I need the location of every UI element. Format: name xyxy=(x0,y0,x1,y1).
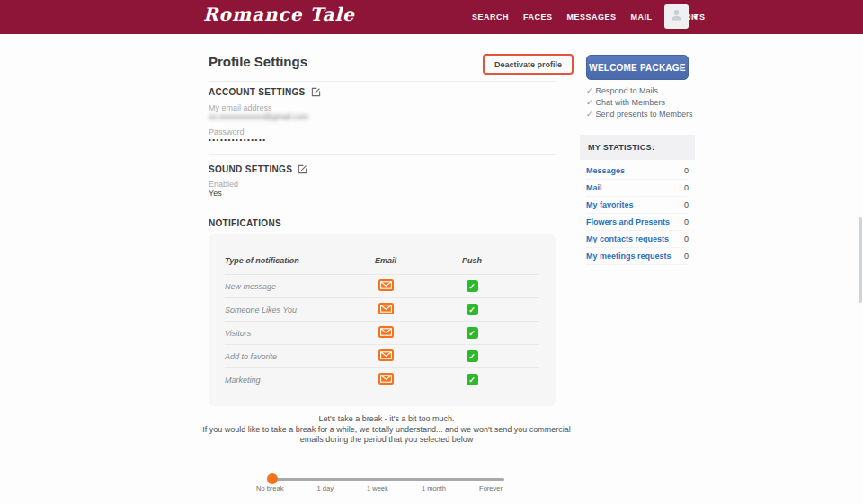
column-header-email: Email xyxy=(333,256,439,265)
statistic-label[interactable]: Flowers and Presents xyxy=(586,217,670,226)
email-label: My email address xyxy=(209,103,272,112)
notifications-label: NOTIFICATIONS xyxy=(209,218,281,228)
welcome-package-button[interactable]: WELCOME PACKAGE xyxy=(586,55,689,80)
password-value: ••••••••••••••• xyxy=(209,136,267,144)
my-statistics-header: MY STATISTICS: xyxy=(580,135,695,160)
push-checkbox-checked[interactable]: ✓ xyxy=(467,374,478,385)
statistic-label[interactable]: My meetings requests xyxy=(586,252,672,261)
nav-item[interactable]: SEARCH xyxy=(472,13,509,22)
slider-label[interactable]: 1 week xyxy=(367,484,388,492)
nav-item[interactable]: MESSAGES xyxy=(567,13,617,22)
break-line2: If you would like to take a break for a … xyxy=(193,425,580,446)
statistic-value: 0 xyxy=(684,252,689,261)
deactivate-profile-button[interactable]: Deactivate profile xyxy=(483,54,574,75)
divider xyxy=(209,81,556,82)
statistics-row[interactable]: Messages 0 xyxy=(586,163,689,180)
email-notification-icon[interactable] xyxy=(378,325,394,341)
top-nav-bar: Romance Tale SEARCH FACES MESSAGES MAIL … xyxy=(0,0,863,34)
table-row: Add to favorite ✓ xyxy=(225,344,539,367)
email-notification-icon[interactable] xyxy=(378,302,394,318)
statistic-label[interactable]: Mail xyxy=(586,183,602,192)
statistics-list: Messages 0 Mail 0 My favorites 0 Flowers… xyxy=(586,163,689,265)
notifications-table: Type of notification Email Push New mess… xyxy=(209,234,556,406)
statistic-value: 0 xyxy=(684,183,689,192)
user-icon xyxy=(669,7,684,26)
push-checkbox-checked[interactable]: ✓ xyxy=(467,304,478,315)
checklist-item: ✓Send presents to Members xyxy=(586,109,693,120)
push-checkbox-checked[interactable]: ✓ xyxy=(467,280,478,292)
notification-type-label: Marketing xyxy=(225,376,333,385)
push-checkbox-checked[interactable]: ✓ xyxy=(467,327,478,339)
statistics-row[interactable]: My meetings requests 0 xyxy=(586,248,689,265)
slider-label[interactable]: Forever xyxy=(479,484,503,492)
welcome-checklist: ✓Respond to Mails ✓Chat with Members ✓Se… xyxy=(586,85,693,120)
sound-enabled-value: Yes xyxy=(209,189,222,198)
notification-type-label: Someone Likes You xyxy=(225,305,333,314)
notification-type-label: Add to favorite xyxy=(225,352,333,361)
divider xyxy=(209,154,556,155)
statistic-value: 0 xyxy=(684,166,689,175)
statistics-row[interactable]: My contacts requests 0 xyxy=(586,231,689,248)
statistic-label[interactable]: My contacts requests xyxy=(586,234,669,243)
push-checkbox-checked[interactable]: ✓ xyxy=(467,350,478,362)
notification-type-label: New message xyxy=(225,282,333,291)
column-header-type: Type of notification xyxy=(225,256,333,265)
statistic-value: 0 xyxy=(684,200,689,209)
email-value: xx.xxxxxxxxxxx@gmail.com xyxy=(209,112,308,121)
check-icon: ✓ xyxy=(586,86,593,95)
slider-label[interactable]: No break xyxy=(256,484,283,492)
statistic-value: 0 xyxy=(684,234,689,243)
edit-icon[interactable] xyxy=(311,87,321,97)
table-row: Visitors ✓ xyxy=(225,321,539,344)
sound-settings-label: SOUND SETTINGS xyxy=(209,164,292,174)
email-notification-icon[interactable] xyxy=(378,372,394,388)
notifications-heading: NOTIFICATIONS xyxy=(209,218,281,228)
table-header-row: Type of notification Email Push xyxy=(225,247,539,274)
edit-icon[interactable] xyxy=(298,164,307,174)
nav-item[interactable]: MAIL xyxy=(631,13,653,22)
break-slider-track[interactable] xyxy=(272,478,504,481)
table-row: New message ✓ xyxy=(225,274,539,297)
slider-label[interactable]: 1 month xyxy=(422,484,446,492)
statistics-row[interactable]: Flowers and Presents 0 xyxy=(586,214,689,231)
check-icon: ✓ xyxy=(586,98,593,107)
break-section: Let's take a break - it's a bit too much… xyxy=(193,414,580,446)
email-notification-icon[interactable] xyxy=(378,349,394,365)
account-settings-heading: ACCOUNT SETTINGS xyxy=(209,87,321,97)
checklist-item: ✓Chat with Members xyxy=(586,97,693,109)
break-line1: Let's take a break - it's a bit too much… xyxy=(193,414,580,425)
table-row: Marketing ✓ xyxy=(225,367,539,391)
statistic-label[interactable]: My favorites xyxy=(586,200,634,209)
avatar[interactable] xyxy=(664,4,689,29)
check-icon: ✓ xyxy=(586,110,593,119)
email-notification-icon[interactable] xyxy=(378,279,394,295)
scrollbar-thumb[interactable] xyxy=(859,217,862,303)
statistic-value: 0 xyxy=(684,217,689,226)
nav-item[interactable]: FACES xyxy=(523,13,553,22)
table-row: Someone Likes You ✓ xyxy=(225,297,539,321)
chevron-down-icon[interactable]: ▾ xyxy=(693,13,698,22)
checklist-item: ✓Respond to Mails xyxy=(586,85,693,97)
site-logo[interactable]: Romance Tale xyxy=(203,4,355,25)
sound-settings-heading: SOUND SETTINGS xyxy=(209,164,307,174)
account-settings-label: ACCOUNT SETTINGS xyxy=(209,87,306,97)
column-header-push: Push xyxy=(439,256,505,265)
statistics-row[interactable]: Mail 0 xyxy=(586,180,689,197)
statistic-label[interactable]: Messages xyxy=(586,166,625,175)
break-slider-handle[interactable] xyxy=(267,473,278,484)
slider-label[interactable]: 1 day xyxy=(317,484,334,492)
sound-enabled-label: Enabled xyxy=(209,180,238,189)
statistics-row[interactable]: My favorites 0 xyxy=(586,197,689,214)
divider xyxy=(209,208,556,208)
notification-type-label: Visitors xyxy=(225,329,333,338)
page-title: Profile Settings xyxy=(209,54,307,69)
break-slider-labels: No break 1 day 1 week 1 month Forever xyxy=(256,484,503,492)
